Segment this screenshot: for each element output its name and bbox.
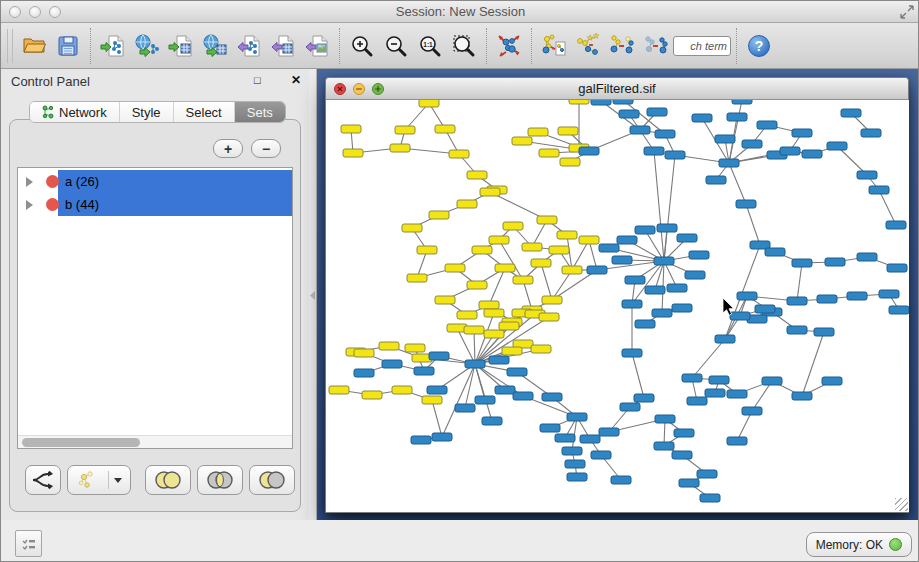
horizontal-scrollbar[interactable] — [18, 435, 292, 448]
network-canvas[interactable] — [327, 100, 909, 512]
graph-node-yellow[interactable] — [467, 171, 487, 179]
graph-node-yellow[interactable] — [422, 396, 442, 404]
graph-node-blue[interactable] — [489, 356, 509, 364]
memory-status-button[interactable]: Memory: OK — [806, 532, 912, 557]
graph-node-yellow[interactable] — [419, 100, 439, 107]
graph-node-blue[interactable] — [622, 349, 642, 357]
graph-node-blue[interactable] — [579, 147, 599, 155]
graph-node-blue[interactable] — [709, 376, 729, 384]
split-set-button[interactable] — [25, 465, 61, 495]
graph-node-blue[interactable] — [427, 386, 447, 394]
graph-node-blue[interactable] — [730, 312, 750, 320]
graph-node-blue[interactable] — [787, 297, 807, 305]
graph-node-blue[interactable] — [762, 377, 782, 385]
graph-node-blue[interactable] — [635, 320, 655, 328]
graph-node-blue[interactable] — [887, 264, 907, 272]
graph-node-yellow[interactable] — [392, 386, 412, 394]
graph-node-yellow[interactable] — [537, 216, 557, 224]
graph-node-blue[interactable] — [654, 257, 674, 265]
graph-node-yellow[interactable] — [467, 281, 487, 289]
graph-node-yellow[interactable] — [549, 246, 569, 254]
expand-triangle-icon[interactable] — [26, 200, 33, 210]
graph-node-blue[interactable] — [482, 417, 502, 425]
graph-node-blue[interactable] — [657, 224, 677, 232]
graph-node-yellow[interactable] — [531, 259, 551, 267]
graph-node-yellow[interactable] — [579, 236, 599, 244]
graph-node-blue[interactable] — [727, 390, 747, 398]
graph-node-yellow[interactable] — [379, 342, 399, 350]
network-window[interactable]: galFiltered.sif — [325, 77, 909, 513]
sets-list[interactable]: a (26) b (44) — [17, 167, 293, 449]
graph-node-blue[interactable] — [654, 442, 674, 450]
graph-node-yellow[interactable] — [464, 326, 484, 334]
export-image-button[interactable] — [300, 26, 334, 66]
graph-node-blue[interactable] — [889, 306, 909, 314]
apply-layout-button[interactable] — [492, 26, 526, 66]
graph-node-blue[interactable] — [780, 147, 800, 155]
export-table-button[interactable] — [266, 26, 300, 66]
graph-node-blue[interactable] — [580, 435, 600, 443]
graph-node-yellow[interactable] — [390, 144, 410, 152]
graph-node-yellow[interactable] — [449, 150, 469, 158]
graph-node-blue[interactable] — [861, 129, 881, 137]
graph-node-yellow[interactable] — [329, 386, 349, 394]
graph-node-yellow[interactable] — [495, 264, 515, 272]
tab-sets[interactable]: Sets — [235, 102, 285, 122]
float-panel-icon[interactable]: □ — [254, 74, 261, 86]
list-item-set-b[interactable]: b (44) — [18, 193, 292, 216]
difference-sets-button[interactable] — [249, 465, 295, 495]
graph-node-yellow[interactable] — [557, 231, 577, 239]
graph-node-yellow[interactable] — [354, 349, 374, 357]
import-network-url-button[interactable] — [130, 26, 164, 66]
graph-node-blue[interactable] — [841, 109, 861, 117]
graph-node-blue[interactable] — [612, 256, 632, 264]
close-panel-icon[interactable]: ✕ — [291, 73, 301, 87]
network-window-titlebar[interactable]: galFiltered.sif — [326, 78, 908, 100]
graph-node-blue[interactable] — [613, 100, 633, 104]
union-sets-button[interactable] — [145, 465, 191, 495]
graph-node-blue[interactable] — [562, 447, 582, 455]
graph-node-blue[interactable] — [705, 389, 725, 397]
graph-node-yellow[interactable] — [503, 222, 523, 230]
graph-node-yellow[interactable] — [558, 127, 578, 135]
tab-network[interactable]: Network — [30, 102, 120, 122]
panel-splitter[interactable] — [309, 69, 317, 520]
graph-node-blue[interactable] — [814, 328, 834, 336]
dropdown-arrow-icon[interactable] — [114, 478, 122, 483]
graph-node-blue[interactable] — [869, 186, 889, 194]
graph-node-blue[interactable] — [732, 100, 752, 104]
list-item-set-a[interactable]: a (26) — [18, 170, 292, 193]
graph-node-blue[interactable] — [591, 100, 611, 105]
graph-node-blue[interactable] — [755, 305, 775, 313]
graph-node-blue[interactable] — [555, 434, 575, 442]
destroy-network-button[interactable] — [639, 26, 673, 66]
tab-style[interactable]: Style — [120, 102, 174, 122]
remove-set-button[interactable]: − — [251, 139, 281, 158]
graph-node-blue[interactable] — [857, 171, 877, 179]
graph-node-blue[interactable] — [827, 142, 847, 150]
graph-node-blue[interactable] — [495, 386, 515, 394]
task-history-button[interactable] — [15, 530, 42, 557]
graph-node-blue[interactable] — [765, 248, 785, 256]
graph-node-blue[interactable] — [802, 150, 822, 158]
graph-node-blue[interactable] — [599, 428, 619, 436]
graph-node-blue[interactable] — [817, 295, 837, 303]
graph-node-yellow[interactable] — [560, 158, 580, 166]
graph-node-blue[interactable] — [655, 415, 675, 423]
graph-node-yellow[interactable] — [569, 100, 589, 104]
graph-node-yellow[interactable] — [480, 188, 500, 196]
graph-node-yellow[interactable] — [484, 330, 504, 338]
graph-node-blue[interactable] — [715, 335, 735, 343]
graph-node-blue[interactable] — [727, 437, 747, 445]
graph-node-blue[interactable] — [822, 377, 842, 385]
graph-node-blue[interactable] — [879, 290, 899, 298]
graph-node-yellow[interactable] — [405, 344, 425, 352]
splitter-grip-icon[interactable] — [310, 291, 315, 300]
graph-node-blue[interactable] — [620, 403, 640, 411]
graph-node-yellow[interactable] — [435, 125, 455, 133]
new-network-from-selection-button[interactable] — [537, 26, 571, 66]
graph-node-blue[interactable] — [825, 258, 845, 266]
graph-node-blue[interactable] — [617, 236, 637, 244]
graph-node-blue[interactable] — [715, 135, 735, 143]
graph-node-blue[interactable] — [706, 176, 726, 184]
